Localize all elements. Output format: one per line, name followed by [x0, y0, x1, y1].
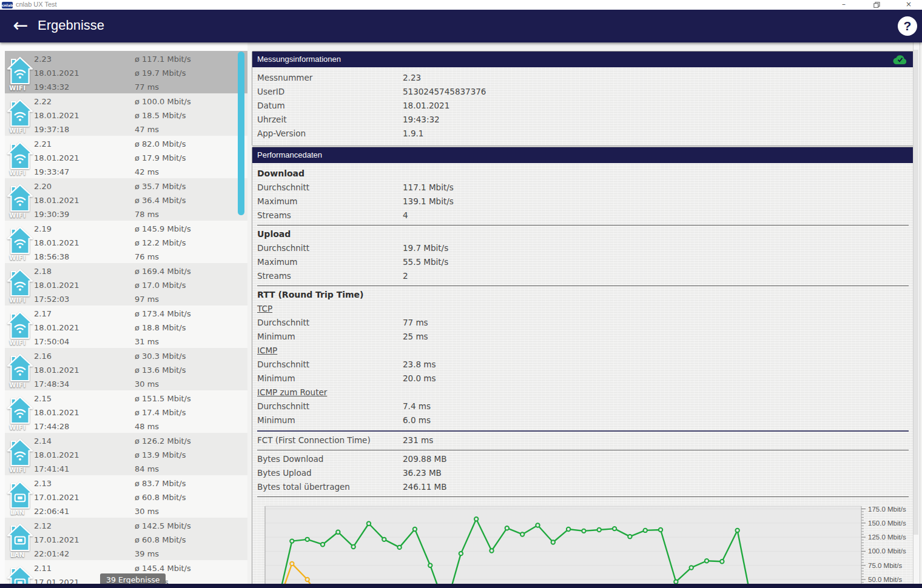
main-scrollbar[interactable]: [913, 42, 920, 584]
result-id-date-time: 2.2318.01.202119:43:32: [34, 52, 79, 94]
rtt-sub-link[interactable]: ICMP zum Router: [257, 386, 327, 399]
window-bottom-edge: [0, 584, 922, 588]
info-value: 19:43:32: [403, 113, 909, 127]
info-row: Datum 18.01.2021: [257, 99, 909, 113]
metric-row: Minimum20.0 ms: [257, 372, 909, 386]
connection-icon: [7, 311, 33, 340]
metric-value: 231 ms: [403, 433, 909, 447]
connection-icon: [7, 523, 33, 552]
y-axis-tick-label: 125.0 Mbit/s: [868, 533, 906, 541]
performance-body: DownloadDurchschnitt117.1 Mbit/sMaximum1…: [252, 163, 914, 588]
metric-row: Maximum55.5 Mbit/s: [257, 255, 909, 269]
metric-label: FCT (First Connection Time): [257, 433, 403, 447]
metric-value: 23.8 ms: [403, 358, 909, 372]
result-id-date-time: 2.1418.01.202117:41:41: [34, 434, 79, 476]
metric-value: 7.4 ms: [403, 399, 909, 413]
result-speeds: ø 145.9 Mbit/sø 12.2 Mbit/s76 ms: [135, 222, 191, 264]
metric-value: 36.23 MB: [403, 466, 909, 480]
result-speeds: ø 173.4 Mbit/sø 18.8 Mbit/s31 ms: [135, 307, 191, 349]
metric-value: 117.1 Mbit/s: [403, 181, 909, 195]
metric-label: Maximum: [257, 255, 403, 269]
help-icon[interactable]: ?: [898, 16, 917, 36]
connection-type-label: WIFI: [5, 170, 30, 176]
result-list-item[interactable]: LAN 2.1217.01.202122:01:42 ø 142.5 Mbit/…: [5, 518, 247, 560]
section-divider: [257, 430, 909, 432]
info-label: App-Version: [257, 127, 403, 141]
app-header: ← Ergebnisse ?: [0, 10, 922, 42]
connection-type-label: WIFI: [5, 127, 30, 134]
sidebar-scrollbar[interactable]: [238, 52, 244, 215]
result-id-date-time: 2.2018.01.202119:30:39: [34, 179, 79, 221]
result-list-item[interactable]: WIFI 2.1718.01.202117:50:04 ø 173.4 Mbit…: [5, 306, 247, 348]
metric-value: 246.11 MB: [403, 480, 909, 494]
result-list-item[interactable]: LAN 2.1317.01.202122:06:41 ø 83.7 Mbit/s…: [5, 475, 247, 518]
result-list-item[interactable]: WIFI 2.1518.01.202117:44:28 ø 151.5 Mbit…: [5, 390, 247, 433]
result-id-date-time: 2.1217.01.202122:01:42: [34, 519, 79, 561]
connection-icon: [7, 56, 33, 85]
performance-chart: 175.0 Mbit/s150.0 Mbit/s125.0 Mbit/s100.…: [257, 499, 909, 588]
result-list-item[interactable]: WIFI 2.1818.01.202117:52:03 ø 169.4 Mbit…: [5, 263, 247, 306]
measurement-info-body: Messnummer 2.23 UserID 5130245745837376 …: [252, 67, 914, 145]
metric-row: Durchschnitt19.7 Mbit/s: [257, 241, 909, 255]
connection-type-label: WIFI: [5, 424, 30, 431]
metric-row: Durchschnitt7.4 ms: [257, 399, 909, 413]
result-list-item[interactable]: WIFI 2.1918.01.202118:56:38 ø 145.9 Mbit…: [5, 221, 247, 263]
rtt-sub-link[interactable]: TCP: [257, 302, 272, 316]
main-scrollbar-thumb[interactable]: [914, 50, 918, 535]
restore-button[interactable]: [867, 0, 886, 10]
info-row: App-Version 1.9.1: [257, 127, 909, 141]
back-arrow-icon[interactable]: ←: [10, 15, 32, 37]
performance-panel: Performancedaten DownloadDurchschnitt117…: [252, 147, 914, 588]
metric-label: Minimum: [257, 330, 403, 344]
results-sidebar: WIFI 2.2318.01.202119:43:32 ø 117.1 Mbit…: [0, 42, 247, 588]
measurement-info-panel: Messungsinformationen Messnummer 2.23 Us…: [252, 51, 914, 146]
metric-label: Bytes total übertragen: [257, 480, 403, 494]
metric-value: 25 ms: [403, 330, 909, 344]
metric-row: Streams4: [257, 209, 909, 222]
y-axis-tick-label: 150.0 Mbit/s: [868, 520, 906, 527]
detail-area: Messungsinformationen Messnummer 2.23 Us…: [247, 42, 922, 588]
info-label: Uhrzeit: [257, 113, 403, 127]
result-list-item[interactable]: WIFI 2.2018.01.202119:30:39 ø 35.7 Mbit/…: [5, 178, 247, 221]
result-speeds: ø 169.4 Mbit/sø 17.0 Mbit/s97 ms: [135, 264, 191, 306]
section-heading: RTT (Round Trip Time): [257, 288, 909, 302]
page-title: Ergebnisse: [38, 18, 104, 33]
info-label: Datum: [257, 99, 403, 113]
result-speeds: ø 35.7 Mbit/sø 36.4 Mbit/s78 ms: [135, 179, 186, 221]
info-value: 5130245745837376: [403, 85, 909, 99]
result-list-item[interactable]: WIFI 2.2218.01.202119:37:18 ø 100.0 Mbit…: [5, 93, 247, 136]
info-value: 1.9.1: [403, 127, 909, 141]
info-row: UserID 5130245745837376: [257, 85, 909, 99]
metric-label: Durchschnitt: [257, 399, 403, 413]
y-axis-tick-label: 75.0 Mbit/s: [868, 562, 902, 569]
metric-label: Durchschnitt: [257, 316, 403, 330]
result-list-item[interactable]: WIFI 2.2318.01.202119:43:32 ø 117.1 Mbit…: [5, 51, 247, 93]
measurement-info-title: Messungsinformationen: [257, 55, 341, 64]
metric-row: Minimum25 ms: [257, 330, 909, 344]
metric-row: Durchschnitt117.1 Mbit/s: [257, 181, 909, 195]
metric-row: Minimum6.0 ms: [257, 413, 909, 427]
metric-row: Bytes Download209.88 MB: [257, 452, 909, 466]
minimize-button[interactable]: –: [835, 0, 853, 10]
result-speeds: ø 100.0 Mbit/sø 18.5 Mbit/s47 ms: [135, 95, 191, 136]
result-list-item[interactable]: WIFI 2.1618.01.202117:48:34 ø 30.3 Mbit/…: [5, 348, 247, 390]
result-list-item[interactable]: WIFI 2.2118.01.202119:33:47 ø 82.0 Mbit/…: [5, 136, 247, 178]
metric-row: Maximum139.1 Mbit/s: [257, 195, 909, 209]
metric-value: 139.1 Mbit/s: [403, 195, 909, 209]
section-divider: [257, 450, 909, 450]
result-speeds: ø 82.0 Mbit/sø 17.9 Mbit/s42 ms: [135, 137, 186, 179]
connection-icon: [7, 141, 33, 170]
result-speeds: ø 126.2 Mbit/sø 13.9 Mbit/s84 ms: [135, 434, 191, 476]
connection-type-label: LAN: [5, 509, 30, 516]
connection-icon: [7, 353, 33, 383]
performance-header: Performancedaten: [252, 147, 914, 163]
result-id-date-time: 2.1618.01.202117:48:34: [34, 349, 79, 391]
close-button[interactable]: ×: [900, 0, 918, 10]
result-speeds: ø 30.3 Mbit/sø 13.6 Mbit/s30 ms: [135, 349, 186, 391]
metric-row: Durchschnitt77 ms: [257, 316, 909, 330]
result-list-item[interactable]: WIFI 2.1418.01.202117:41:41 ø 126.2 Mbit…: [5, 433, 247, 475]
connection-icon: [7, 438, 33, 467]
rtt-sub-link[interactable]: ICMP: [257, 344, 277, 358]
metric-value: 19.7 Mbit/s: [403, 241, 909, 255]
result-speeds: ø 142.5 Mbit/sø 60.8 Mbit/s39 ms: [135, 519, 191, 561]
